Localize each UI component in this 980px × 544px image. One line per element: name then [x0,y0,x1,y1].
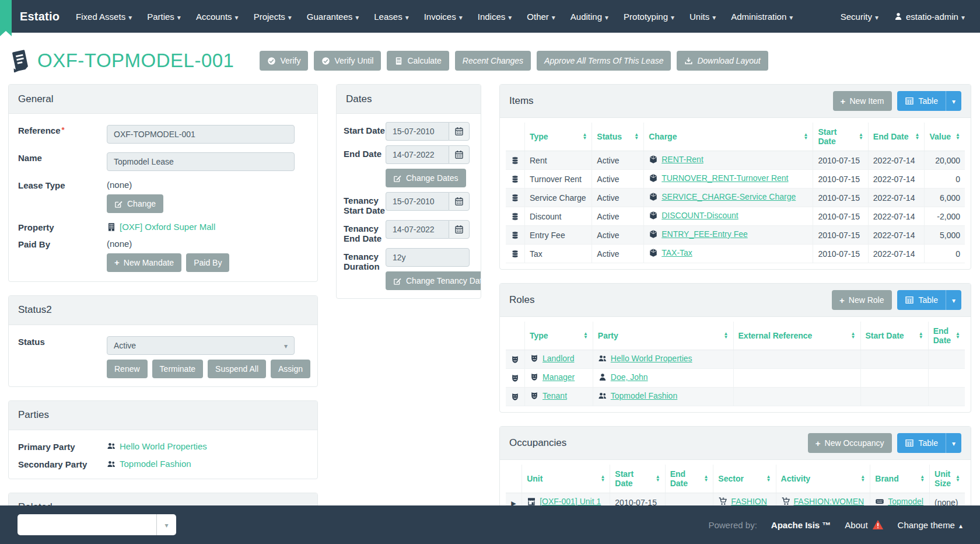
start-date-calendar-button[interactable] [449,122,470,141]
role-party-link[interactable]: Doe, John [598,372,648,382]
nav-item-prototyping[interactable]: Prototyping [624,12,674,22]
sort-icon[interactable] [578,133,587,140]
nav-item-projects[interactable]: Projects [254,12,292,22]
sort-icon[interactable] [911,133,920,140]
role-type-link[interactable]: Landlord [530,354,575,363]
apache-isis-link[interactable]: Apache Isis ™ [771,520,831,530]
sort-icon[interactable] [915,475,925,482]
caret-down-icon [284,341,288,350]
sort-icon[interactable] [854,133,863,140]
recent-changes-button[interactable]: Recent Changes [455,51,531,71]
sort-icon[interactable] [762,475,771,482]
nav-item-indices[interactable]: Indices [478,12,512,22]
tenancy-start-date-field[interactable] [386,192,449,211]
nav-item-leases[interactable]: Leases [374,12,408,22]
new-occupancy-button[interactable]: New Occupancy [808,433,892,453]
role-party-link[interactable]: Topmodel Fashion [598,391,677,400]
name-label: Name [18,149,107,171]
sort-icon[interactable] [719,332,729,339]
activity-link[interactable]: FASHION:WOMEN [781,497,864,506]
role-type-link[interactable]: Manager [530,372,575,382]
paid-by-button[interactable]: Paid By [186,253,229,272]
role-type-link[interactable]: Tenant [530,391,567,400]
items-table-view-button[interactable]: Table [897,91,962,111]
nav-item-guarantees[interactable]: Guarantees [307,12,359,22]
primary-party-link[interactable]: Hello World Properties [107,441,207,451]
occupancies-table-view-button[interactable]: Table [897,433,962,453]
assign-button[interactable]: Assign [271,360,310,378]
charge-link[interactable]: SERVICE_CHARGE-Service Charge [649,192,796,201]
sort-icon[interactable] [856,475,865,482]
nav-item-other[interactable]: Other [527,12,555,22]
new-item-button[interactable]: New Item [833,91,892,111]
footer-search-select[interactable] [18,514,176,535]
change-dates-button[interactable]: Change Dates [386,169,466,187]
nav-item-invoices[interactable]: Invoices [424,12,463,22]
property-link[interactable]: [OXF] Oxford Super Mall [107,222,215,232]
dates-panel: Dates Start Date End Date [336,84,481,299]
nav-item-administration[interactable]: Administration [731,12,793,22]
suspend-all-button[interactable]: Suspend All [208,360,266,378]
user-menu[interactable]: estatio-admin [894,12,965,22]
sort-icon[interactable] [629,133,639,140]
terminate-button[interactable]: Terminate [152,360,203,378]
charge-link[interactable]: TURNOVER_RENT-Turnover Rent [649,173,788,183]
charge-link[interactable]: RENT-Rent [649,155,704,164]
about-link[interactable]: About [845,519,883,531]
new-role-button[interactable]: New Role [832,290,891,310]
sort-icon[interactable] [951,133,960,140]
change-theme-button[interactable]: Change theme [898,520,963,530]
sort-icon[interactable] [699,475,708,482]
charge-link[interactable]: ENTRY_FEE-Entry Fee [649,229,748,239]
nav-item-parties[interactable]: Parties [147,12,181,22]
name-field[interactable] [107,152,295,171]
tenancy-duration-field[interactable] [386,248,470,267]
new-mandate-button[interactable]: New Mandate [107,253,181,272]
verify-until-button[interactable]: Verify Until [314,51,381,71]
renew-button[interactable]: Renew [107,360,148,378]
calculate-button[interactable]: Calculate [387,51,449,71]
nav-item-units[interactable]: Units [690,12,716,22]
nav-item-accounts[interactable]: Accounts [196,12,239,22]
status-select[interactable]: Active [107,336,295,355]
sort-icon[interactable] [799,133,808,140]
items-panel: Items New Item Table Type [499,84,971,270]
end-date-label: End Date [344,145,386,187]
lease-type-label: Lease Type [18,177,107,213]
tenancy-start-calendar-button[interactable] [449,192,470,211]
sort-icon[interactable] [651,475,660,482]
coins-icon [510,212,520,221]
sort-icon[interactable] [914,332,923,339]
reference-field[interactable] [107,125,295,144]
unit-link[interactable]: [OXF-001] Unit 1 [527,497,601,506]
role-party-link[interactable]: Hello World Properties [598,354,692,363]
tenancy-end-date-field[interactable] [386,220,449,239]
change-tenancy-dates-button[interactable]: Change Tenancy Dates [386,271,481,290]
sector-link[interactable]: FASHION [718,497,766,506]
charge-link[interactable]: DISCOUNT-Discount [649,211,738,220]
secondary-party-link[interactable]: Topmodel Fashion [107,459,191,469]
nav-item-auditing[interactable]: Auditing [570,12,608,22]
brand-brick-icon [875,497,884,506]
sort-icon[interactable] [596,475,605,482]
end-date-calendar-button[interactable] [449,145,470,164]
end-date-field[interactable] [386,145,449,164]
sort-icon[interactable] [579,332,588,339]
approve-all-terms-button[interactable]: Approve All Terms Of This Lease [537,51,671,71]
sort-icon[interactable] [951,332,960,339]
change-lease-type-button[interactable]: Change [107,194,163,213]
sort-icon[interactable] [951,475,960,482]
app-logo[interactable]: Estatio [20,10,60,23]
nav-item-security[interactable]: Security [841,12,878,22]
start-date-field[interactable] [386,122,449,141]
download-layout-button[interactable]: Download Layout [677,51,768,71]
charge-link[interactable]: TAX-Tax [649,248,692,257]
status-label: Status [18,333,107,378]
verify-button[interactable]: Verify [260,51,308,71]
brand-link[interactable]: Topmodel [875,497,923,506]
nav-item-fixed-assets[interactable]: Fixed Assets [76,12,132,22]
tenancy-end-calendar-button[interactable] [449,220,470,239]
roles-table-view-button[interactable]: Table [897,290,962,310]
sort-icon[interactable] [846,332,856,339]
users-icon [598,391,607,400]
